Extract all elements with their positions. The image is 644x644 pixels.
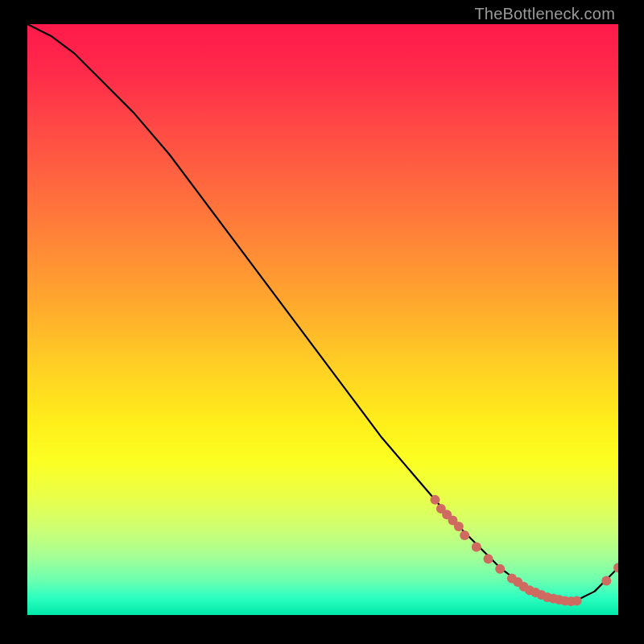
curve-bottleneck-curve	[27, 24, 618, 603]
marker-point	[572, 596, 582, 605]
plot-area	[27, 24, 618, 615]
marker-point	[460, 530, 469, 540]
watermark-text: TheBottleneck.com	[474, 5, 615, 23]
chart-frame: TheBottleneck.com	[0, 0, 644, 644]
marker-point	[472, 543, 481, 552]
marker-point	[495, 564, 505, 574]
chart-svg	[27, 24, 618, 615]
marker-point	[454, 522, 464, 531]
marker-point	[601, 576, 611, 585]
marker-point	[484, 554, 493, 564]
marker-point	[430, 495, 440, 505]
